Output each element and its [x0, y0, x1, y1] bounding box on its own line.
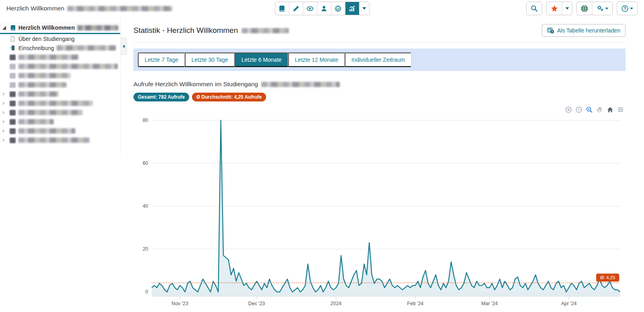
- svg-text:Dec '23: Dec '23: [248, 301, 265, 306]
- tree-expander-icon[interactable]: [2, 111, 10, 114]
- tab-letzte-6-monate[interactable]: Letzte 6 Monate: [234, 53, 288, 67]
- sidebar-item-blurred-folder[interactable]: [0, 99, 120, 108]
- favorites-dropdown-button[interactable]: [562, 2, 572, 15]
- pan-icon[interactable]: [596, 106, 603, 113]
- caret-down-icon: [630, 8, 633, 10]
- blurred-icon: [10, 55, 16, 60]
- tree-expander-icon[interactable]: [2, 138, 10, 142]
- global-toolbar: ?: [526, 2, 638, 15]
- blurred-label: [18, 73, 71, 78]
- tree-expander-icon[interactable]: [2, 26, 10, 30]
- svg-text:Nov '23: Nov '23: [172, 301, 188, 306]
- blurred-label: [18, 119, 54, 124]
- members-icon: [320, 5, 328, 12]
- sidebar-item-blurred-folder[interactable]: [0, 136, 120, 145]
- tree-expander-icon[interactable]: [2, 120, 10, 124]
- top-bar: Herzlich Willkommen: [0, 0, 644, 17]
- blurred-label: [18, 91, 59, 97]
- views-line-chart[interactable]: 020406080Nov '23Dec '232024Feb '24Mar '2…: [133, 115, 626, 310]
- blurred-icon: [10, 110, 16, 115]
- favorites-button[interactable]: [547, 2, 562, 15]
- blurred-icon: [10, 91, 16, 97]
- tree-expander-icon[interactable]: [2, 129, 10, 133]
- settings-dropdown-button[interactable]: [592, 2, 612, 15]
- blurred-title-suffix: [242, 28, 289, 33]
- certificate-tab-button[interactable]: [331, 2, 345, 15]
- sidebar-item-blurred-folder[interactable]: [0, 89, 120, 99]
- edit-tab-button[interactable]: [289, 2, 303, 15]
- sidebar-item-blurred[interactable]: [0, 80, 120, 89]
- language-globe-icon: [581, 5, 588, 12]
- svg-text:20: 20: [143, 246, 148, 252]
- blurred-label: [18, 64, 118, 69]
- blurred-label: [18, 55, 79, 60]
- sidebar-item-blurred-folder[interactable]: [0, 108, 120, 117]
- tab-letzte-7-tage[interactable]: Letzte 7 Tage: [138, 53, 185, 67]
- blurred-title-suffix: [67, 6, 172, 11]
- preview-tab-button[interactable]: [303, 2, 317, 15]
- tab-individueller-zeitraum[interactable]: Individueller Zeitraum: [345, 53, 411, 67]
- statistics-icon: [348, 5, 356, 12]
- download-table-button[interactable]: Als Tabelle herunterladen: [542, 24, 626, 37]
- blurred-label: [18, 82, 67, 87]
- average-label: Ø: 4,25: [596, 274, 620, 282]
- settings-gears-icon: [596, 5, 604, 12]
- svg-text:2024: 2024: [331, 301, 342, 306]
- sidebar-gutter: [121, 17, 128, 41]
- sidebar-item-blurred[interactable]: [0, 53, 120, 62]
- caret-down-icon: [362, 7, 366, 10]
- favorites-star-icon: [551, 5, 558, 12]
- sidebar-item-ueber-den-studiengang[interactable]: Über den Studiengang: [0, 34, 120, 43]
- page-title: Statistik - Herzlich Willkommen: [133, 26, 289, 35]
- edit-icon: [292, 5, 300, 12]
- blurred-label-suffix: [77, 25, 118, 30]
- sidebar-item-blurred[interactable]: [0, 71, 120, 80]
- svg-text:Apr '24: Apr '24: [561, 301, 577, 306]
- blurred-icon: [10, 101, 16, 106]
- zoom-out-icon[interactable]: [575, 106, 582, 113]
- svg-text:Mar '24: Mar '24: [481, 301, 498, 306]
- content-icon: [278, 5, 286, 12]
- box-zoom-icon[interactable]: [586, 106, 593, 113]
- menu-icon[interactable]: [617, 106, 624, 113]
- table-download-icon: [547, 27, 554, 34]
- sidebar-item-blurred-folder[interactable]: [0, 117, 120, 126]
- preview-icon: [306, 5, 314, 12]
- page-icon: [10, 36, 18, 42]
- language-button[interactable]: [577, 2, 592, 15]
- sidebar-item-blurred-folder[interactable]: [0, 126, 120, 136]
- tree-expander-icon[interactable]: [2, 101, 10, 105]
- sidebar-item-herzlich-willkommen[interactable]: Herzlich Willkommen: [0, 22, 120, 34]
- tab-letzte-30-tage[interactable]: Letzte 30 Tage: [185, 53, 235, 67]
- blurred-icon: [10, 82, 16, 88]
- tab-letzte-12-monate[interactable]: Letzte 12 Monate: [288, 53, 345, 67]
- caret-down-icon: [565, 7, 569, 10]
- object-toolbar: [275, 2, 369, 15]
- blurred-label: [18, 128, 75, 134]
- zoom-in-icon[interactable]: [565, 106, 572, 113]
- blurred-label: [18, 101, 93, 106]
- download-table-label: Als Tabelle herunterladen: [557, 27, 620, 34]
- window-title: Herzlich Willkommen: [6, 5, 172, 12]
- chart-heading-text: Aufrufe Herzlich Willkommen im Studienga…: [133, 81, 258, 88]
- help-icon: ?: [621, 5, 629, 12]
- sidebar-collapse-button[interactable]: [121, 38, 127, 55]
- sidebar-item-blurred[interactable]: [0, 62, 120, 71]
- content-tab-button[interactable]: [275, 2, 289, 15]
- search-button[interactable]: [527, 2, 542, 15]
- svg-text:0: 0: [145, 289, 148, 295]
- toolbar-more-button[interactable]: [359, 2, 369, 15]
- blurred-label-suffix: [57, 45, 116, 51]
- window-title-text: Herzlich Willkommen: [6, 5, 65, 12]
- members-tab-button[interactable]: [317, 2, 331, 15]
- blurred-date-range: [261, 82, 340, 87]
- sidebar-item-einschreibung[interactable]: Einschreibung: [0, 43, 120, 53]
- statistics-tab-button[interactable]: [345, 2, 359, 15]
- sidebar-item-label: Herzlich Willkommen: [18, 24, 75, 31]
- chart-summary-badges: Gesamt: 782 Aufrufe Ø Durchschnitt: 4,25…: [133, 93, 626, 101]
- main-content: Statistik - Herzlich Willkommen Als Tabe…: [128, 17, 644, 310]
- help-dropdown-button[interactable]: ?: [617, 2, 637, 15]
- tree-expander-icon[interactable]: [2, 92, 10, 96]
- reset-home-icon[interactable]: [607, 106, 614, 113]
- svg-text:80: 80: [143, 118, 148, 123]
